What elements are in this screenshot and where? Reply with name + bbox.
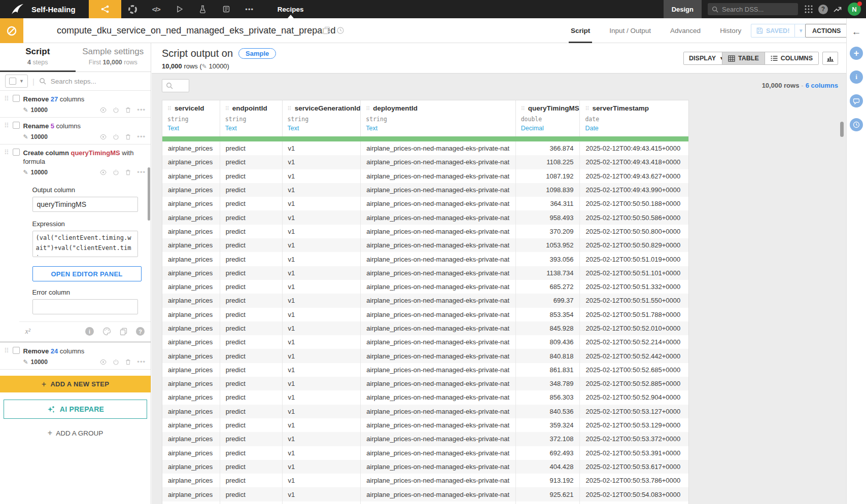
table-row[interactable]: airplane_pricespredictv1airplane_prices-…	[162, 321, 688, 335]
table-cell[interactable]: 404.428	[516, 460, 580, 474]
drag-handle-icon[interactable]: ⠿	[225, 105, 229, 112]
column-meaning[interactable]: Text	[366, 125, 511, 132]
table-cell[interactable]: 2025-02-12T00:49:43.990+0000	[580, 183, 688, 197]
drag-handle-icon[interactable]: ⠿	[366, 105, 370, 112]
table-cell[interactable]: 1087.192	[516, 169, 580, 183]
table-cell[interactable]: 2025-02-12T00:50:50.800+0000	[580, 225, 688, 238]
project-name[interactable]: Self-Healing	[31, 5, 76, 14]
table-cell[interactable]: airplane_prices	[162, 266, 220, 280]
notebooks-nav-item[interactable]: </>	[145, 0, 168, 18]
table-cell[interactable]: airplane_prices-on-ned-managed-eks-priva…	[361, 487, 515, 501]
table-cell[interactable]: airplane_prices	[162, 418, 220, 432]
table-cell[interactable]: 2025-02-12T00:50:51.550+0000	[580, 294, 688, 307]
table-cell[interactable]: airplane_prices-on-ned-managed-eks-priva…	[361, 308, 515, 321]
table-cell[interactable]: 845.928	[516, 321, 580, 335]
datasets-nav-item[interactable]	[121, 0, 145, 18]
table-cell[interactable]: 692.493	[516, 446, 580, 460]
table-cell[interactable]: airplane_prices	[162, 363, 220, 377]
more-nav-item[interactable]: •••	[238, 0, 261, 18]
save-button[interactable]: SAVED!	[751, 24, 795, 38]
table-cell[interactable]: 840.536	[516, 405, 580, 418]
preview-eye-icon[interactable]	[99, 359, 107, 365]
table-cell[interactable]: predict	[220, 487, 283, 501]
output-column-input[interactable]	[32, 197, 138, 212]
table-cell[interactable]: airplane_prices	[162, 460, 220, 474]
table-cell[interactable]: predict	[220, 474, 283, 487]
table-cell[interactable]: airplane_prices-on-ned-managed-eks-priva…	[361, 266, 515, 280]
table-cell[interactable]: 2025-02-12T00:50:52.885+0000	[580, 377, 688, 390]
table-cell[interactable]: airplane_prices	[162, 280, 220, 294]
jobs-nav-item[interactable]	[168, 0, 191, 18]
tab-script[interactable]: Script	[571, 18, 590, 43]
step-more-icon[interactable]: •••	[137, 133, 146, 140]
table-cell[interactable]: 2025-02-12T00:50:53.391+0000	[580, 446, 688, 460]
table-cell[interactable]: 2025-02-12T00:50:50.586+0000	[580, 210, 688, 224]
select-all-checkbox[interactable]	[9, 78, 16, 85]
global-search-input[interactable]: Search DSS...	[708, 3, 798, 15]
table-cell[interactable]: 2025-02-12T00:50:53.786+0000	[580, 474, 688, 487]
table-cell[interactable]: airplane_prices	[162, 183, 220, 197]
table-cell[interactable]: 2025-02-12T00:50:51.101+0000	[580, 266, 688, 280]
table-cell[interactable]: v1	[283, 418, 361, 432]
table-cell[interactable]: airplane_prices	[162, 141, 220, 155]
table-cell[interactable]: 1108.225	[516, 155, 580, 169]
table-cell[interactable]: airplane_prices	[162, 474, 220, 487]
table-cell[interactable]: v1	[283, 252, 361, 266]
delete-step-trash-icon[interactable]	[125, 358, 131, 366]
table-cell[interactable]: 364.311	[516, 197, 580, 210]
table-cell[interactable]: airplane_prices	[162, 487, 220, 501]
table-cell[interactable]: 2025-02-12T00:50:50.829+0000	[580, 238, 688, 252]
table-cell[interactable]: v1	[283, 294, 361, 307]
table-cell[interactable]: 853.354	[516, 308, 580, 321]
help-icon[interactable]: ?	[818, 5, 828, 14]
table-cell[interactable]: 1138.734	[516, 266, 580, 280]
table-cell[interactable]: airplane_prices-on-ned-managed-eks-priva…	[361, 225, 515, 238]
select-all-steps-dropdown[interactable]: ▼	[5, 75, 28, 88]
table-cell[interactable]: airplane_prices	[162, 210, 220, 224]
table-cell[interactable]: airplane_prices-on-ned-managed-eks-priva…	[361, 460, 515, 474]
table-cell[interactable]: airplane_prices-on-ned-managed-eks-priva…	[361, 238, 515, 252]
column-meaning[interactable]: Decimal	[521, 125, 576, 132]
table-cell[interactable]: airplane_prices-on-ned-managed-eks-priva…	[361, 405, 515, 418]
table-search-input[interactable]	[162, 79, 189, 92]
table-cell[interactable]: 2025-02-12T00:50:54.083+0000	[580, 487, 688, 501]
disable-step-power-icon[interactable]	[113, 133, 119, 140]
table-cell[interactable]: airplane_prices-on-ned-managed-eks-priva…	[361, 390, 515, 404]
column-header-queryTimingMS[interactable]: ⠿queryTimingMSdoubleDecimal	[516, 100, 580, 136]
column-header-serviceGenerationId[interactable]: ⠿serviceGenerationIdstringText	[283, 100, 361, 136]
table-cell[interactable]: airplane_prices	[162, 238, 220, 252]
disable-step-power-icon[interactable]	[113, 106, 119, 114]
table-cell[interactable]: 2025-02-12T00:50:53.129+0000	[580, 418, 688, 432]
table-row[interactable]: airplane_pricespredictv1airplane_prices-…	[162, 335, 688, 349]
delete-step-trash-icon[interactable]	[125, 133, 131, 140]
charts-view-button[interactable]	[822, 52, 838, 65]
table-cell[interactable]: v1	[283, 377, 361, 390]
table-cell[interactable]: v1	[283, 474, 361, 487]
table-cell[interactable]: airplane_prices	[162, 405, 220, 418]
table-cell[interactable]: predict	[220, 308, 283, 321]
table-cell[interactable]: 370.209	[516, 225, 580, 238]
column-meaning[interactable]: Date	[585, 125, 684, 132]
table-cell[interactable]: airplane_prices-on-ned-managed-eks-priva…	[361, 210, 515, 224]
duplicate-icon[interactable]	[120, 328, 127, 336]
table-cell[interactable]: v1	[283, 183, 361, 197]
table-cell[interactable]: v1	[283, 169, 361, 183]
step-checkbox[interactable]	[13, 95, 20, 102]
step-checkbox[interactable]	[13, 149, 20, 156]
table-cell[interactable]: 809.436	[516, 335, 580, 349]
table-cell[interactable]: predict	[220, 183, 283, 197]
tab-history[interactable]: History	[720, 18, 741, 43]
drag-handle-icon[interactable]: ⠿	[167, 105, 171, 112]
table-cell[interactable]: airplane_prices-on-ned-managed-eks-priva…	[361, 197, 515, 210]
panel-scrollbar[interactable]	[148, 167, 150, 221]
column-meaning[interactable]: Text	[288, 125, 357, 132]
table-cell[interactable]: predict	[220, 210, 283, 224]
table-cell[interactable]: 359.324	[516, 418, 580, 432]
column-meaning[interactable]: Text	[167, 125, 216, 132]
table-row[interactable]: airplane_pricespredictv1airplane_prices-…	[162, 474, 688, 487]
table-row[interactable]: airplane_pricespredictv1airplane_prices-…	[162, 418, 688, 432]
add-group-button[interactable]: +ADD A GROUP	[0, 426, 151, 440]
table-row[interactable]: airplane_pricespredictv1airplane_prices-…	[162, 225, 688, 238]
table-cell[interactable]: 861.831	[516, 363, 580, 377]
table-cell[interactable]: 2025-02-12T00:50:50.188+0000	[580, 197, 688, 210]
